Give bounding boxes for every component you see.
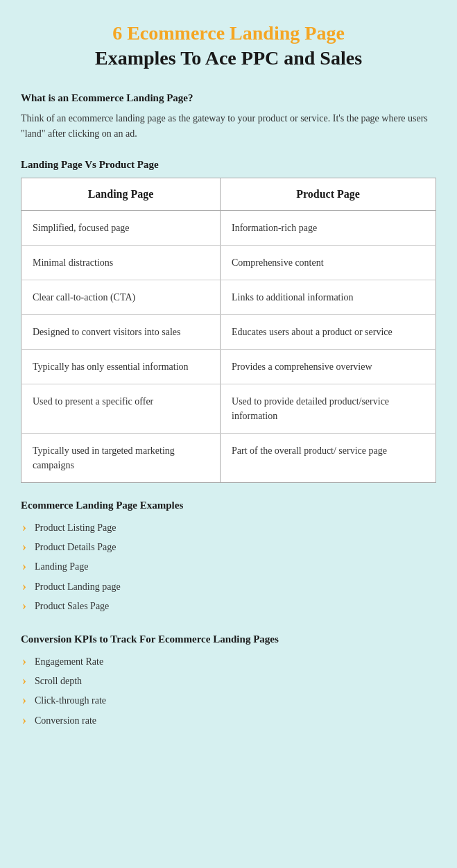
table-cell-6-1: Part of the overall product/ service pag… — [221, 433, 436, 482]
examples-list: Product Listing PageProduct Details Page… — [21, 518, 436, 617]
intro-section: What is an Ecommerce Landing Page? Think… — [21, 92, 436, 142]
intro-text: Think of an ecommerce landing page as th… — [21, 111, 436, 142]
list-item: Product Listing Page — [21, 518, 436, 538]
col2-header: Product Page — [221, 178, 436, 210]
table-row: Used to present a specific offerUsed to … — [21, 384, 436, 433]
comparison-heading: Landing Page Vs Product Page — [21, 159, 436, 171]
examples-section: Ecommerce Landing Page Examples Product … — [21, 500, 436, 617]
table-cell-3-1: Educates users about a product or servic… — [221, 314, 436, 349]
list-item: Engagement Rate — [21, 652, 436, 672]
title-highlight: 6 Ecommerce Landing Page — [21, 21, 436, 46]
table-row: Clear call-to-action (CTA)Links to addit… — [21, 280, 436, 314]
table-cell-5-0: Used to present a specific offer — [21, 384, 221, 433]
table-cell-0-1: Information-rich page — [221, 210, 436, 245]
table-cell-0-0: Simplified, focused page — [21, 210, 221, 245]
list-item: Scroll depth — [21, 672, 436, 691]
table-row: Minimal distractionsComprehensive conten… — [21, 245, 436, 280]
list-item: Click-through rate — [21, 691, 436, 710]
examples-heading: Ecommerce Landing Page Examples — [21, 500, 436, 511]
list-item: Landing Page — [21, 557, 436, 577]
list-item: Product Details Page — [21, 538, 436, 557]
table-cell-3-0: Designed to convert visitors into sales — [21, 314, 221, 349]
table-cell-6-0: Typically used in targeted marketing cam… — [21, 433, 221, 482]
title-normal: Examples To Ace PPC and Sales — [21, 46, 436, 71]
table-cell-1-0: Minimal distractions — [21, 245, 221, 280]
intro-heading: What is an Ecommerce Landing Page? — [21, 92, 436, 104]
table-row: Typically has only essential information… — [21, 349, 436, 384]
col1-header: Landing Page — [21, 178, 221, 210]
table-cell-4-1: Provides a comprehensive overview — [221, 349, 436, 384]
table-cell-4-0: Typically has only essential information — [21, 349, 221, 384]
comparison-table: Landing Page Product Page Simplified, fo… — [21, 178, 436, 483]
table-row: Simplified, focused pageInformation-rich… — [21, 210, 436, 245]
kpis-heading: Conversion KPIs to Track For Ecommerce L… — [21, 633, 436, 645]
table-cell-2-0: Clear call-to-action (CTA) — [21, 280, 221, 314]
comparison-section: Landing Page Vs Product Page Landing Pag… — [21, 159, 436, 483]
table-row: Designed to convert visitors into salesE… — [21, 314, 436, 349]
table-row: Typically used in targeted marketing cam… — [21, 433, 436, 482]
table-cell-2-1: Links to additional information — [221, 280, 436, 314]
page-title: 6 Ecommerce Landing Page Examples To Ace… — [21, 21, 436, 71]
list-item: Product Sales Page — [21, 597, 436, 616]
list-item: Conversion rate — [21, 711, 436, 731]
kpis-section: Conversion KPIs to Track For Ecommerce L… — [21, 633, 436, 731]
list-item: Product Landing page — [21, 577, 436, 597]
kpis-list: Engagement RateScroll depthClick-through… — [21, 652, 436, 731]
table-cell-5-1: Used to provide detailed product/service… — [221, 384, 436, 433]
table-cell-1-1: Comprehensive content — [221, 245, 436, 280]
